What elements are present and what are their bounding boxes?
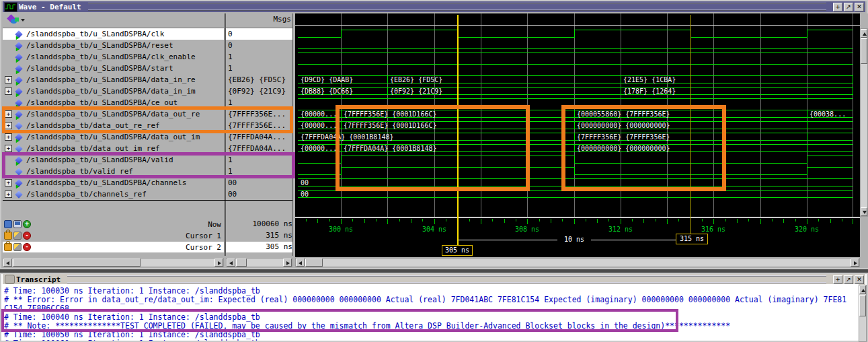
signal-name: /slanddspba_tb/u_SLandDSPBA/data_out_im	[26, 133, 200, 141]
signal-name: /slanddspba_tb/u_SLandDSPBA/reset	[26, 41, 173, 50]
timeline-tick	[434, 219, 435, 224]
transcript-close-button[interactable]: ✕	[855, 275, 864, 284]
timeline-tick	[399, 219, 400, 221]
signal-diamond-icon	[15, 30, 22, 38]
signal-diamond-icon	[15, 88, 22, 95]
signal-value-14: 00	[226, 189, 292, 200]
expand-icon[interactable]: +	[5, 179, 12, 186]
transcript-dock-button[interactable]: +	[833, 275, 842, 284]
signal-value-3: 1	[226, 63, 292, 74]
timeline-tick	[853, 219, 853, 224]
timeline-tick	[329, 219, 330, 221]
timeline-tick	[818, 219, 819, 221]
bus-transition	[621, 75, 621, 83]
now-label: Now	[31, 220, 224, 229]
monitor-icon[interactable]	[13, 220, 22, 228]
signal-row-2[interactable]: /slanddspba_tb/u_SLandDSPBA/clk_enable	[3, 51, 224, 63]
timeline-tick	[586, 219, 586, 221]
wave-undock-button[interactable]: ↗	[844, 3, 853, 11]
wave-close-button[interactable]: ✕	[855, 3, 864, 11]
cursor1-time-box[interactable]: 315 ns	[676, 234, 708, 244]
wave-window-icon	[4, 2, 17, 12]
timeline-tick	[656, 219, 656, 221]
signal-row-14[interactable]: +/slanddspba_tb/channels_ref	[3, 189, 224, 200]
titlebar-grip[interactable]	[88, 3, 826, 11]
expand-icon[interactable]: +	[5, 145, 12, 152]
signal-row-13[interactable]: +/slanddspba_tb/u_SLandDSPBA/channels	[3, 177, 224, 189]
trace-reset	[298, 48, 853, 49]
expand-icon[interactable]: +	[5, 88, 12, 95]
wave-text: {00038...	[810, 110, 850, 118]
bus-transition	[807, 133, 807, 141]
signal-name: /slanddspba_tb/u_SLandDSPBA/clk	[26, 30, 164, 38]
now-row[interactable]: + Now	[3, 219, 224, 230]
transcript-window-icon	[5, 275, 15, 284]
signal-row-3[interactable]: /slanddspba_tb/u_SLandDSPBA/start	[3, 63, 224, 74]
expand-icon[interactable]: +	[5, 191, 12, 198]
signal-row-5[interactable]: +/slanddspba_tb/u_SLandDSPBA/data_in_im	[3, 86, 224, 97]
lock-icon[interactable]	[4, 232, 12, 240]
edge-valid_ref	[807, 167, 807, 175]
signal-diamond-icon	[15, 133, 22, 141]
trace-clk	[574, 30, 691, 30]
edge-clk	[341, 30, 342, 38]
edge-clk	[807, 30, 807, 38]
delete-cursor-icon[interactable]: -	[23, 232, 31, 240]
wave-text: {21E5} {1CBA}	[623, 76, 850, 84]
expand-icon[interactable]: +	[5, 133, 12, 141]
lock-icon[interactable]	[4, 243, 12, 251]
wave-title: Wave - Default	[19, 3, 81, 11]
names-hscrollbar[interactable]	[3, 258, 224, 267]
signal-diamond-icon	[15, 145, 22, 152]
timeline-tick	[446, 219, 446, 221]
signal-value-4: {EB26} {FD5C}	[226, 74, 292, 86]
transcript-undock-button[interactable]: ↗	[844, 275, 853, 284]
signal-group-icon[interactable]	[8, 15, 24, 25]
wave-dock-button[interactable]: +	[833, 3, 842, 11]
wave-text: 308 ns	[510, 226, 544, 234]
busrail-data_out_im	[807, 133, 853, 133]
now-value: 100060 ns	[226, 219, 292, 230]
signal-row-0[interactable]: /slanddspba_tb/u_SLandDSPBA/clk	[3, 28, 224, 40]
timeline-tick	[527, 219, 528, 224]
clock-icon[interactable]	[4, 220, 12, 228]
signal-row-1[interactable]: /slanddspba_tb/u_SLandDSPBA/reset	[3, 40, 224, 51]
timeline-tick	[713, 219, 714, 224]
highlight-purple-valid-names	[2, 152, 295, 178]
signal-value-5: {0F92} {21C9}	[226, 86, 292, 97]
wave-titlebar[interactable]: Wave - Default + ↗ ✕	[3, 1, 865, 12]
timeline-tick	[562, 219, 563, 221]
wave-text: {00000...	[301, 110, 338, 118]
signal-row-4[interactable]: +/slanddspba_tb/u_SLandDSPBA/data_in_re	[3, 74, 224, 86]
wave-text: 300 ns	[324, 226, 358, 234]
add-cursor-icon[interactable]: +	[23, 220, 31, 228]
wave-text: {0F92} {21C9}	[390, 88, 618, 96]
titlebar-grip[interactable]	[67, 275, 826, 283]
msgs-column-header[interactable]: Msgs	[227, 15, 291, 24]
values-hscrollbar[interactable]	[226, 258, 292, 267]
wrench-icon[interactable]	[13, 232, 22, 240]
transcript-titlebar[interactable]: Transcript + ↗ ✕	[3, 274, 865, 285]
cursor1-row[interactable]: - Cursor 1	[3, 230, 224, 241]
expand-icon[interactable]: +	[5, 76, 12, 83]
trace-valid_ref	[807, 167, 853, 168]
timeline-tick	[516, 219, 516, 221]
delete-cursor-icon[interactable]: -	[23, 243, 31, 251]
wrench-icon[interactable]	[13, 243, 22, 251]
values-pane-edge	[292, 13, 293, 256]
signal-name: /slanddspba_tb/u_SLandDSPBA/channels	[26, 178, 186, 187]
timeline-tick	[678, 219, 679, 221]
cursor2-row[interactable]: - Cursor 2	[3, 242, 224, 252]
trace-clk_enable	[298, 53, 853, 53]
timeline-tick	[597, 219, 598, 223]
signal-name: /slanddspba_tb/channels_ref	[26, 190, 147, 199]
wave-text: 316 ns	[697, 226, 730, 234]
wave-hscrollbar[interactable]	[295, 258, 860, 267]
cursor2-time-box[interactable]: 305 ns	[442, 245, 473, 256]
wave-vscrollbar[interactable]	[860, 28, 868, 217]
signal-name: /slanddspba_tb/u_SLandDSPBA/data_in_im	[26, 87, 196, 96]
trace-valid	[807, 156, 853, 156]
signal-value-1: 0	[226, 40, 292, 51]
transcript-vscrollbar[interactable]	[859, 285, 867, 342]
timeline-tick	[551, 219, 551, 223]
